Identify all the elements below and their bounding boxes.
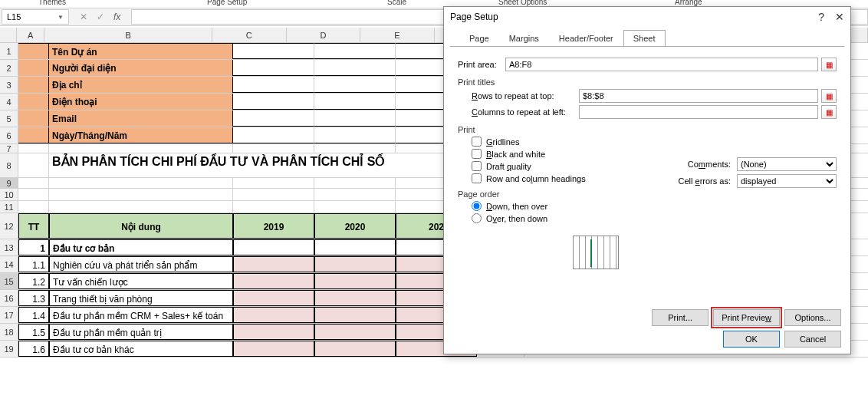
cell-errors-label: Cell errors as: — [679, 176, 731, 186]
tab-header-footer[interactable]: Header/Footer — [549, 30, 623, 47]
tab-sheet-body: Print area: Print titles Rows to repeat … — [450, 46, 844, 299]
cell[interactable]: 1.1 — [18, 256, 49, 272]
page-order-preview-icon — [573, 236, 619, 269]
col-header[interactable]: D — [287, 28, 361, 42]
comments-label: Comments: — [688, 160, 731, 169]
row-header[interactable]: 4 — [0, 94, 18, 110]
cancel-icon[interactable]: ✕ — [80, 12, 87, 22]
cell[interactable]: Ngày/Tháng/Năm — [49, 127, 233, 143]
name-box[interactable]: L15 ▼ — [2, 9, 69, 25]
cell[interactable]: 1.3 — [18, 290, 49, 306]
close-icon[interactable]: ✕ — [835, 11, 844, 23]
row-header[interactable]: 15 — [0, 273, 18, 289]
row-header[interactable]: 12 — [0, 213, 18, 239]
col-header[interactable]: A — [17, 28, 45, 42]
enter-icon[interactable]: ✓ — [97, 12, 104, 22]
collapse-dialog-icon[interactable] — [821, 105, 837, 119]
row-header[interactable]: 11 — [0, 201, 18, 213]
row-header[interactable]: 9 — [0, 178, 18, 188]
rows-repeat-label: Rows to repeat at top: — [472, 91, 579, 100]
cell-errors-select[interactable]: displayed — [737, 174, 837, 188]
tab-margins[interactable]: Margins — [499, 30, 549, 47]
cell[interactable]: 1 — [18, 239, 49, 255]
row-header[interactable]: 10 — [0, 189, 18, 200]
header-cell[interactable]: 2020 — [314, 213, 396, 239]
row-header[interactable]: 6 — [0, 127, 18, 143]
row-header[interactable]: 3 — [0, 77, 18, 93]
help-icon[interactable]: ? — [818, 11, 824, 23]
cell[interactable]: Tên Dự án — [49, 43, 233, 59]
select-all-corner[interactable] — [0, 28, 17, 42]
row-header[interactable]: 18 — [0, 324, 18, 340]
fx-icon[interactable]: fx — [113, 12, 120, 22]
tab-page[interactable]: Page — [459, 30, 499, 47]
row-header[interactable]: 2 — [0, 60, 18, 76]
title-cell[interactable]: BẢN PHÂN TÍCH CHI PHÍ ĐẦU TƯ VÀ PHÂN TÍC… — [49, 153, 477, 177]
cell[interactable]: 1.5 — [18, 324, 49, 340]
cell[interactable]: 1.6 — [18, 341, 49, 357]
row-header[interactable]: 13 — [0, 239, 18, 255]
cell[interactable]: Người đại diện — [49, 60, 233, 76]
collapse-dialog-icon[interactable] — [821, 58, 837, 71]
row-header[interactable]: 16 — [0, 290, 18, 306]
col-header[interactable]: C — [212, 28, 287, 42]
print-area-input[interactable] — [505, 58, 818, 71]
cell[interactable]: Tư vấn chiến lược — [49, 273, 233, 289]
cancel-button[interactable]: Cancel — [784, 331, 841, 348]
col-header[interactable]: B — [44, 28, 212, 42]
row-header[interactable]: 7 — [0, 144, 18, 153]
options-button[interactable]: Options... — [784, 309, 841, 326]
header-cell[interactable]: 2019 — [233, 213, 314, 239]
cell[interactable]: Đầu tư phần mềm CRM + Sales+ kế toán — [49, 307, 233, 323]
print-group-label: Print — [458, 125, 837, 134]
row-header[interactable]: 5 — [0, 110, 18, 127]
cell[interactable]: Đầu tư cơ bản — [49, 239, 233, 255]
cell[interactable]: Đầu tư phần mềm quản trị — [49, 324, 233, 340]
row-header[interactable]: 8 — [0, 153, 18, 177]
cell[interactable]: Trang thiết bị văn phòng — [49, 290, 233, 306]
down-then-over-radio[interactable]: Down, then over — [472, 201, 837, 211]
cell[interactable]: 1.2 — [18, 273, 49, 289]
name-box-value: L15 — [7, 12, 21, 21]
header-cell[interactable]: Nội dung — [49, 213, 233, 239]
cell[interactable]: Điện thoại — [49, 94, 233, 110]
print-titles-label: Print titles — [458, 77, 837, 87]
row-header[interactable]: 1 — [0, 43, 18, 59]
cell[interactable]: Nghiên cứu và phát triển sản phẩm — [49, 256, 233, 272]
collapse-dialog-icon[interactable] — [821, 89, 837, 103]
row-header[interactable]: 14 — [0, 256, 18, 272]
cols-repeat-input[interactable] — [579, 105, 818, 119]
gridlines-checkbox[interactable]: Gridlines — [472, 137, 837, 147]
dialog-titlebar: Page Setup ? ✕ — [444, 7, 850, 27]
row-header[interactable]: 17 — [0, 307, 18, 323]
over-then-down-radio[interactable]: Over, then down — [472, 213, 837, 223]
cell[interactable]: 1.4 — [18, 307, 49, 323]
ok-button[interactable]: OK — [723, 331, 780, 348]
comments-select[interactable]: (None) — [737, 157, 837, 171]
cols-repeat-label: Columns to repeat at left: — [472, 107, 579, 117]
dialog-title: Page Setup — [450, 12, 498, 22]
page-setup-dialog: Page Setup ? ✕ Page Margins Header/Foote… — [443, 6, 851, 354]
row-header[interactable]: 19 — [0, 341, 18, 357]
cell[interactable]: Email — [49, 110, 233, 127]
cell[interactable]: Đầu tư cơ bản khác — [49, 341, 233, 357]
col-header[interactable]: E — [360, 28, 435, 42]
cell[interactable]: Địa chỉ — [49, 77, 233, 93]
name-box-dropdown-icon[interactable]: ▼ — [58, 14, 64, 21]
header-cell[interactable]: TT — [18, 213, 49, 239]
print-preview-button[interactable]: Print Preview — [713, 309, 780, 326]
print-button[interactable]: Print... — [652, 309, 709, 326]
tab-sheet[interactable]: Sheet — [623, 30, 666, 47]
formula-controls: ✕ ✓ fx — [69, 12, 131, 22]
print-area-label: Print area: — [458, 60, 505, 69]
dialog-tabs: Page Margins Header/Footer Sheet — [459, 30, 844, 47]
rows-repeat-input[interactable] — [579, 89, 818, 103]
